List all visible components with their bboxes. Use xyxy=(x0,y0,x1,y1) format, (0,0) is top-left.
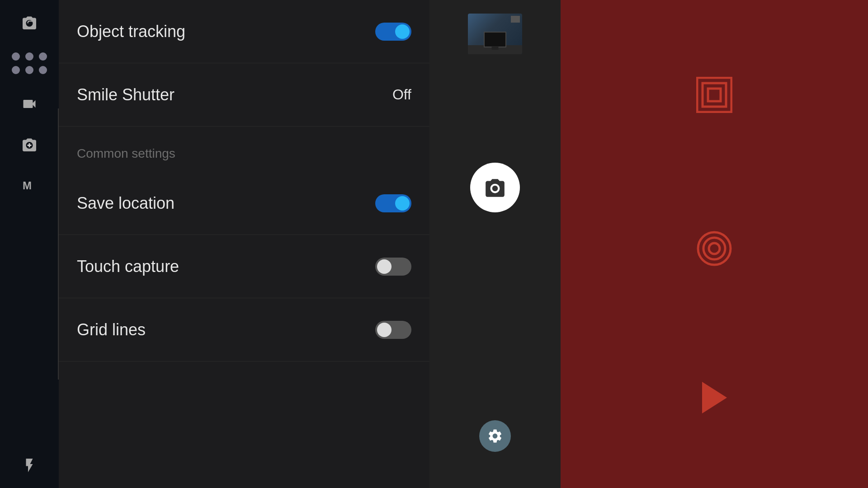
object-tracking-knob xyxy=(395,24,410,39)
save-location-row: Save location xyxy=(59,172,429,235)
save-location-toggle[interactable] xyxy=(375,194,411,212)
add-photo-icon[interactable] xyxy=(16,131,43,158)
svg-text:M: M xyxy=(23,179,32,192)
settings-gear-button[interactable] xyxy=(479,420,511,452)
svg-rect-3 xyxy=(708,89,721,101)
save-location-label: Save location xyxy=(77,194,175,213)
video-icon[interactable] xyxy=(16,90,43,117)
grid-lines-toggle[interactable] xyxy=(375,321,411,339)
grid-lines-knob xyxy=(377,323,392,337)
save-location-knob xyxy=(395,196,410,211)
photo-thumbnail[interactable] xyxy=(468,14,522,54)
touch-capture-row: Touch capture xyxy=(59,235,429,298)
smile-shutter-label: Smile Shutter xyxy=(77,85,175,104)
common-settings-label: Common settings xyxy=(77,146,175,161)
touch-capture-toggle[interactable] xyxy=(375,258,411,276)
grid-lines-label: Grid lines xyxy=(77,320,146,339)
grid-lines-row: Grid lines xyxy=(59,298,429,361)
grid-dots-icon[interactable] xyxy=(16,50,43,77)
object-tracking-toggle[interactable] xyxy=(375,23,411,41)
smile-shutter-row: Smile Shutter Off xyxy=(59,63,429,127)
capture-button[interactable] xyxy=(470,163,520,212)
spiral-icon xyxy=(694,228,735,269)
svg-point-6 xyxy=(709,243,720,254)
right-panel xyxy=(429,0,561,488)
touch-capture-knob xyxy=(377,259,392,274)
decorative-panel xyxy=(561,0,868,488)
object-tracking-label: Object tracking xyxy=(77,22,185,41)
camera-flip-icon[interactable] xyxy=(16,9,43,36)
common-settings-header: Common settings xyxy=(59,127,429,172)
manual-mode-icon[interactable]: M xyxy=(16,172,43,199)
play-arrow-icon xyxy=(702,382,727,413)
sidebar: M xyxy=(0,0,59,488)
lightning-icon[interactable] xyxy=(16,452,43,479)
sidebar-divider xyxy=(58,108,59,380)
svg-rect-2 xyxy=(703,83,726,107)
maze-icon xyxy=(694,75,735,115)
object-tracking-row: Object tracking xyxy=(59,0,429,63)
smile-shutter-value[interactable]: Off xyxy=(392,86,411,103)
svg-point-5 xyxy=(703,238,725,259)
settings-panel: Object tracking Smile Shutter Off Common… xyxy=(59,0,429,488)
touch-capture-label: Touch capture xyxy=(77,257,179,276)
